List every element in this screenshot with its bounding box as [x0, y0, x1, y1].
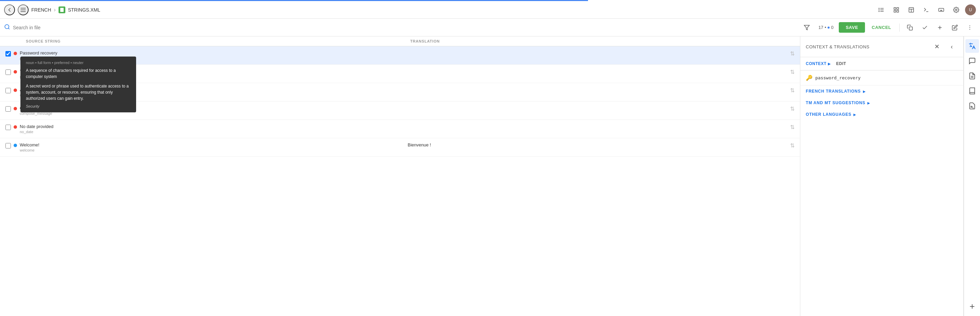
translate-icon-button[interactable] [966, 39, 979, 53]
keyboard-icon-button[interactable] [935, 4, 947, 16]
tab-context[interactable]: CONTEXT ▶ [806, 60, 830, 67]
breadcrumb-root: FRENCH [31, 7, 51, 13]
header-left: FRENCH › STRINGS.XML [4, 5, 872, 15]
french-section-arrow: ▶ [863, 89, 865, 93]
svg-rect-12 [894, 10, 896, 12]
row-actions-2: ⇅ [790, 69, 795, 75]
more-button[interactable] [964, 21, 976, 34]
document-icon-button[interactable] [966, 69, 979, 83]
hamburger-button[interactable] [18, 5, 29, 15]
sort-icon-5: ⇅ [790, 124, 795, 131]
row-checkbox-6[interactable] [5, 143, 11, 148]
row-checkbox-3[interactable] [5, 88, 11, 93]
tooltip-meta: noun • full form • preferred • neuter [26, 61, 130, 65]
panel-header: CONTEXT & TRANSLATIONS ✕ ‹ [800, 37, 963, 57]
list-icon-button[interactable] [875, 4, 888, 16]
layout-icon-button[interactable] [905, 4, 917, 16]
row-actions-1: ⇅ [790, 50, 795, 57]
copy-button[interactable] [904, 21, 916, 34]
svg-point-9 [879, 11, 880, 11]
key-row: 🔑 password_recovery [800, 70, 963, 85]
other-languages-section[interactable]: OTHER LANGUAGES ▶ [800, 109, 963, 120]
dot-count: 0 [831, 25, 833, 30]
row-checkbox-5[interactable] [5, 124, 11, 130]
tooltip-box: noun • full form • preferred • neuter A … [21, 56, 136, 112]
sort-icon-6: ⇅ [790, 142, 795, 149]
save-button[interactable]: SAVE [839, 22, 865, 33]
french-translations-section[interactable]: FRENCH TRANSLATIONS ▶ [800, 85, 963, 97]
sort-icon-3: ⇅ [790, 87, 795, 94]
row-checkbox-2[interactable] [5, 69, 11, 75]
row-actions-5: ⇅ [790, 124, 795, 131]
app-header: FRENCH › STRINGS.XML U [0, 1, 980, 19]
svg-point-25 [5, 24, 9, 29]
row-content-6: Welcome! welcome [20, 142, 402, 152]
context-tab-arrow: ▶ [828, 62, 831, 66]
svg-point-32 [969, 27, 970, 27]
breadcrumb: FRENCH › STRINGS.XML [31, 6, 100, 13]
search-icon [4, 24, 10, 31]
tooltip-def1: A sequence of characters required for ac… [26, 67, 130, 80]
source-text-5: No date provided [20, 124, 402, 129]
panel-collapse-button[interactable]: ‹ [946, 40, 958, 53]
tab-edit[interactable]: EDIT [836, 60, 846, 67]
svg-rect-18 [939, 8, 944, 11]
search-input[interactable] [13, 25, 798, 30]
row-status-3 [14, 89, 17, 92]
row-checkbox-1[interactable] [5, 51, 11, 56]
svg-line-37 [972, 108, 973, 108]
check-button[interactable] [919, 21, 931, 34]
tooltip-def2: A secret word or phrase used to authenti… [26, 83, 130, 102]
source-text-6: Welcome! [20, 142, 402, 147]
row-actions-6: ⇅ [790, 142, 795, 149]
svg-point-33 [969, 29, 970, 30]
book-icon-button[interactable] [966, 84, 979, 98]
row-checkbox-4[interactable] [5, 106, 11, 112]
key-text: password_recovery [815, 75, 861, 80]
tm-suggestions-section[interactable]: TM AND MT SUGGESTIONS ▶ [800, 97, 963, 109]
count-dot [827, 27, 830, 29]
panel-close-button[interactable]: ✕ [931, 40, 943, 53]
panel-title: CONTEXT & TRANSLATIONS [806, 44, 869, 49]
row-actions-3: ⇅ [790, 87, 795, 94]
svg-rect-28 [909, 27, 913, 30]
sort-icon-1: ⇅ [790, 50, 795, 57]
search-container [4, 24, 798, 31]
table-row[interactable]: No date provided no_date ⇅ [0, 120, 800, 138]
back-button[interactable] [4, 5, 15, 15]
table-icon-button[interactable] [890, 4, 902, 16]
toolbar: 17 • 0 SAVE CANCEL [0, 19, 980, 37]
row-status-4 [14, 107, 17, 110]
settings-icon-button[interactable] [950, 4, 962, 16]
table-row[interactable]: Password recovery password_recovery ⇅ no… [0, 46, 800, 65]
other-section-arrow: ▶ [853, 113, 856, 117]
count-badge: 17 • 0 [816, 25, 836, 30]
row-actions-4: ⇅ [790, 105, 795, 112]
sort-icon-4: ⇅ [790, 105, 795, 112]
comment-icon-button[interactable] [966, 54, 979, 68]
filter-button[interactable] [801, 21, 813, 34]
header-right: U [875, 4, 976, 16]
cancel-button[interactable]: CANCEL [868, 22, 895, 33]
context-tabs: CONTEXT ▶ EDIT [800, 57, 963, 70]
tooltip-category: Security [26, 104, 130, 108]
row-status-2 [14, 70, 17, 73]
french-translations-title: FRENCH TRANSLATIONS [806, 89, 861, 94]
user-avatar[interactable]: U [965, 5, 976, 15]
svg-rect-11 [897, 8, 899, 9]
count-separator: • [825, 25, 827, 30]
breadcrumb-file: STRINGS.XML [68, 7, 100, 13]
edit-button[interactable] [949, 21, 961, 34]
terminal-icon-button[interactable] [920, 4, 932, 16]
add-widget-button[interactable] [966, 300, 979, 313]
file-search-icon-button[interactable] [966, 99, 979, 113]
add-button[interactable] [934, 21, 946, 34]
row-status-1 [14, 52, 17, 55]
col-source-header: SOURCE STRING [5, 39, 410, 43]
context-translations-panel: CONTEXT & TRANSLATIONS ✕ ‹ CONTEXT ▶ EDI… [800, 37, 964, 316]
breadcrumb-separator: › [54, 7, 56, 13]
svg-rect-13 [897, 10, 899, 12]
svg-line-26 [8, 28, 9, 29]
table-row[interactable]: Welcome! welcome Bienvenue ! ⇅ [0, 138, 800, 156]
file-icon [59, 6, 65, 13]
